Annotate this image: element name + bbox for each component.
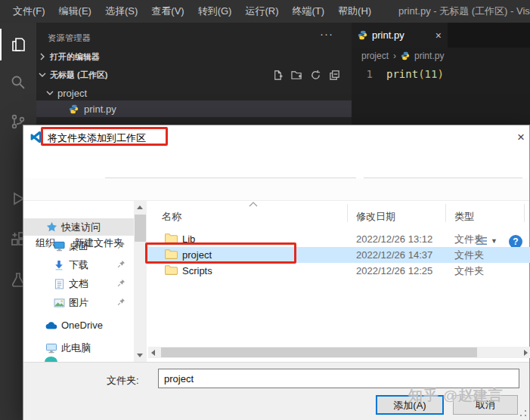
sidebar-item-quick-access[interactable]: 快速访问 <box>23 218 134 236</box>
tree-item-project[interactable]: project <box>36 85 352 101</box>
vscode-logo-icon <box>30 131 43 144</box>
picture-icon <box>52 298 66 307</box>
pin-icon[interactable] <box>117 260 126 268</box>
tree-item-printpy[interactable]: print.py <box>36 100 352 117</box>
cancel-button[interactable]: 取消 <box>453 395 518 415</box>
tab-strip: print.py × <box>352 23 530 48</box>
vscode-menubar: 文件(F) 编辑(E) 选择(S) 查看(V) 转到(G) 运行(R) 终端(T… <box>0 0 530 23</box>
tab-label: print.py <box>372 29 404 41</box>
tree-project-label: project <box>57 88 87 99</box>
python-file-icon <box>358 30 367 40</box>
column-divider[interactable] <box>524 204 525 222</box>
scroll-up-icon[interactable] <box>137 205 143 209</box>
pin-icon[interactable] <box>117 241 126 249</box>
add-button[interactable]: 添加(A) <box>376 395 444 415</box>
breadcrumb: project › print.py <box>352 48 530 64</box>
chevron-down-icon <box>36 71 48 79</box>
sidebar-item-pictures[interactable]: 图片 <box>23 294 134 311</box>
workspace-label: 无标题 (工作区) <box>50 69 107 81</box>
new-file-icon[interactable] <box>272 69 284 81</box>
menu-selection[interactable]: 选择(S) <box>98 0 144 23</box>
chevron-down-icon <box>44 89 56 97</box>
column-header-type[interactable]: 类型 <box>454 210 474 224</box>
screenshot-root: 文件(F) 编辑(E) 选择(S) 查看(V) 转到(G) 运行(R) 终端(T… <box>0 0 530 420</box>
scrollbar-thumb[interactable] <box>161 347 477 357</box>
filelist-hscrollbar[interactable] <box>148 347 530 358</box>
folder-field-label: 文件夹: <box>107 374 139 388</box>
folder-icon <box>165 233 178 243</box>
menu-run[interactable]: 运行(R) <box>238 0 285 23</box>
open-editors-label: 打开的编辑器 <box>50 51 100 63</box>
sidebar-item-partial <box>45 357 57 362</box>
dialog-close-icon[interactable]: × <box>512 128 530 147</box>
chevron-right-icon <box>36 53 48 60</box>
sort-ascending-icon <box>249 202 258 207</box>
tab-close-icon[interactable]: × <box>435 29 442 42</box>
computer-icon <box>45 343 58 354</box>
line-number: 1 <box>352 68 386 80</box>
pin-icon[interactable] <box>117 279 126 287</box>
sidebar-item-downloads[interactable]: 下载 <box>23 256 134 273</box>
workspace-section[interactable]: 无标题 (工作区) <box>36 66 352 83</box>
breadcrumb-folder[interactable]: project <box>361 51 389 61</box>
new-folder-icon[interactable] <box>291 69 302 81</box>
document-icon <box>52 279 66 289</box>
column-divider[interactable] <box>445 204 446 222</box>
code-token-close-paren: ) <box>437 68 443 80</box>
tab-printpy[interactable]: print.py × <box>352 23 448 48</box>
code-token-number: 11 <box>425 68 438 80</box>
network-cloud-icon <box>45 357 57 362</box>
menu-file[interactable]: 文件(F) <box>6 0 52 23</box>
explorer-icon[interactable] <box>0 29 36 60</box>
sidebar-item-onedrive[interactable]: OneDrive <box>23 317 134 334</box>
pin-icon[interactable] <box>117 298 126 306</box>
menu-edit[interactable]: 编辑(E) <box>52 0 98 23</box>
open-editors-section[interactable]: 打开的编辑器 <box>36 48 352 65</box>
window-title: print.py - 无标题 (工作区) - Visu <box>398 0 530 23</box>
scroll-right-icon[interactable] <box>524 350 528 356</box>
code-line[interactable]: 1 print(11) <box>352 64 530 84</box>
code-token-open-paren: ( <box>418 68 424 80</box>
column-divider[interactable] <box>347 204 348 222</box>
desktop-icon <box>52 241 66 252</box>
search-icon[interactable] <box>0 66 36 98</box>
dialog-command-bar: 组织 ▼ 新建文件夹 ▼ ? <box>23 178 529 201</box>
menu-terminal[interactable]: 终端(T) <box>285 0 331 23</box>
python-file-icon <box>67 104 80 114</box>
explorer-actions <box>272 66 340 83</box>
menu-view[interactable]: 查看(V) <box>144 0 191 23</box>
folder-icon <box>165 249 178 259</box>
dialog-navrow: ← → ↑ « Python › Python310 ↻ <box>23 150 529 178</box>
dialog-titlebar: 将文件夹添加到工作区 × <box>23 125 529 150</box>
file-row-scripts[interactable]: Scripts 2022/12/26 12:25 文件夹 <box>147 263 530 279</box>
column-header-name[interactable]: 名称 <box>162 210 181 224</box>
onedrive-cloud-icon <box>45 321 58 329</box>
menu-goto[interactable]: 转到(G) <box>191 0 239 23</box>
more-actions-icon[interactable]: ··· <box>320 27 333 40</box>
refresh-icon[interactable] <box>310 69 321 81</box>
breadcrumb-separator: › <box>393 51 396 61</box>
folder-icon <box>165 264 178 275</box>
sidebar-item-documents[interactable]: 文档 <box>23 275 134 292</box>
sidebar-scrollbar[interactable] <box>134 201 147 362</box>
file-row-project[interactable]: project 2022/12/26 14:37 文件夹 <box>147 247 530 263</box>
dialog-title: 将文件夹添加到工作区 <box>48 131 146 145</box>
code-token-print: print <box>386 68 418 80</box>
resize-grip[interactable] <box>519 409 527 417</box>
column-header-date[interactable]: 修改日期 <box>356 210 395 224</box>
file-row-lib[interactable]: Lib 2022/12/26 13:12 文件夹 <box>147 231 530 247</box>
sidebar-item-this-pc[interactable]: 此电脑 <box>23 339 134 357</box>
folder-name-input[interactable] <box>158 369 519 388</box>
explorer-title: 资源管理器 <box>48 32 91 44</box>
sidebar-item-desktop[interactable]: 桌面 <box>23 237 134 255</box>
python-file-icon <box>401 51 410 60</box>
menu-help[interactable]: 帮助(H) <box>331 0 378 23</box>
star-icon <box>45 221 58 233</box>
collapse-all-icon[interactable] <box>329 69 340 81</box>
scroll-down-icon[interactable] <box>137 354 143 357</box>
scrollbar-thumb[interactable] <box>135 215 146 242</box>
tree-printpy-label: print.py <box>84 103 116 115</box>
breadcrumb-file[interactable]: print.py <box>414 51 444 61</box>
download-arrow-icon <box>52 260 66 270</box>
scroll-left-icon[interactable] <box>151 350 155 356</box>
